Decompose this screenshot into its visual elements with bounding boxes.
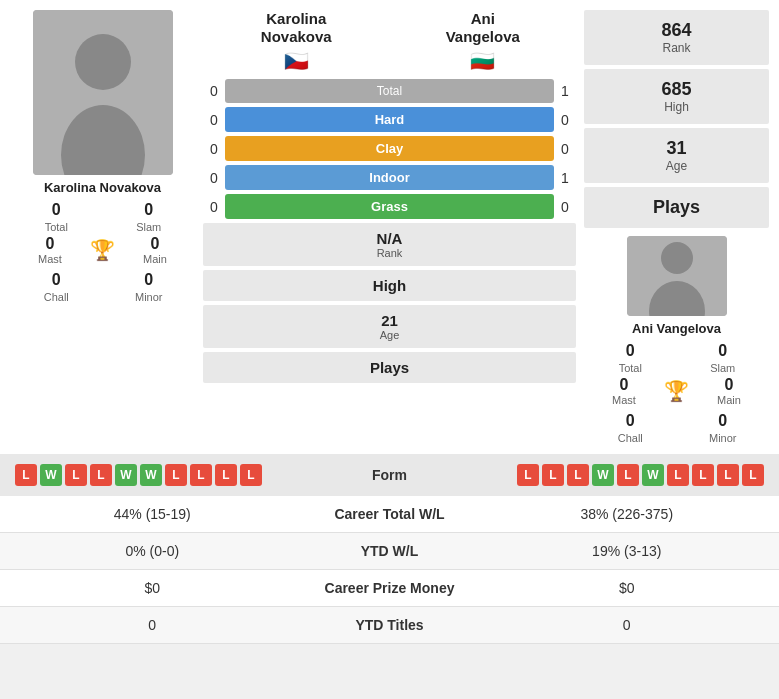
hard-row: 0 Hard 0 — [203, 107, 576, 132]
right-chall-value: 0 — [584, 412, 677, 430]
right-slam-value: 0 — [677, 342, 770, 360]
left-player-column: Karolina Novakova 0 0 Total Slam 0 Mast … — [10, 10, 195, 444]
right-form-badges: LLLWLWLLLL — [517, 464, 764, 486]
indoor-left-score: 0 — [203, 170, 225, 186]
hard-surface: Hard — [225, 107, 554, 132]
right-lower-stats: 0 0 Chall Minor — [584, 412, 769, 444]
left-rank-value: N/A — [208, 230, 571, 247]
stats-left-2: $0 — [15, 580, 290, 596]
stats-right-3: 0 — [490, 617, 765, 633]
center-names-row: Karolina Novakova 🇨🇿 Ani Vangelova 🇧🇬 — [203, 10, 576, 73]
form-badge-l: L — [517, 464, 539, 486]
left-lower-stats: 0 0 Chall Minor — [10, 271, 195, 303]
left-total-label: Total — [10, 221, 103, 233]
right-mast-label: Mast — [584, 394, 664, 406]
clay-left-score: 0 — [203, 141, 225, 157]
stats-center-label-2: Career Prize Money — [290, 580, 490, 596]
stats-row-3: 0 YTD Titles 0 — [0, 607, 779, 644]
right-main-label: Main — [689, 394, 769, 406]
left-flag: 🇨🇿 — [203, 49, 390, 73]
form-badge-l: L — [742, 464, 764, 486]
right-rank-box: 864 Rank — [584, 10, 769, 65]
total-left-score: 0 — [203, 83, 225, 99]
left-trophy-icon: 🏆 — [90, 238, 115, 262]
indoor-surface: Indoor — [225, 165, 554, 190]
form-badge-l: L — [65, 464, 87, 486]
stats-left-0: 44% (15-19) — [15, 506, 290, 522]
form-badge-l: L — [617, 464, 639, 486]
right-total-label: Total — [584, 362, 677, 374]
right-name-block: Ani Vangelova 🇧🇬 — [390, 10, 577, 73]
right-total-value: 0 — [584, 342, 677, 360]
total-right-score: 1 — [554, 83, 576, 99]
clay-right-score: 0 — [554, 141, 576, 157]
form-badge-l: L — [165, 464, 187, 486]
right-slam-label: Slam — [677, 362, 770, 374]
total-label: Total — [225, 79, 554, 103]
left-high-value: High — [208, 277, 571, 294]
left-rank-box: N/A Rank — [203, 223, 576, 266]
stats-left-3: 0 — [15, 617, 290, 633]
left-plays-box: Plays — [203, 352, 576, 383]
form-badge-l: L — [567, 464, 589, 486]
right-player-column: 864 Rank 685 High 31 Age Plays — [584, 10, 769, 444]
right-minor-value: 0 — [677, 412, 770, 430]
left-slam-value: 0 — [103, 201, 196, 219]
grass-surface: Grass — [225, 194, 554, 219]
right-chall-label: Chall — [584, 432, 677, 444]
form-badge-l: L — [667, 464, 689, 486]
players-section: Karolina Novakova 0 0 Total Slam 0 Mast … — [0, 0, 779, 454]
stats-center-label-1: YTD W/L — [290, 543, 490, 559]
form-badge-l: L — [90, 464, 112, 486]
left-player-name: Karolina Novakova — [10, 180, 195, 195]
form-badge-l: L — [215, 464, 237, 486]
right-rank-label: Rank — [589, 41, 764, 55]
form-badge-w: W — [40, 464, 62, 486]
stats-left-1: 0% (0-0) — [15, 543, 290, 559]
right-center-name-line1: Ani — [390, 10, 577, 28]
total-row: 0 Total 1 — [203, 79, 576, 103]
form-badge-w: W — [115, 464, 137, 486]
right-main-value: 0 — [689, 376, 769, 394]
left-center-name-line2: Novakova — [203, 28, 390, 46]
stats-center-label-0: Career Total W/L — [290, 506, 490, 522]
stats-center-label-3: YTD Titles — [290, 617, 490, 633]
right-minor-label: Minor — [677, 432, 770, 444]
left-main-label: Main — [115, 253, 195, 265]
indoor-right-score: 1 — [554, 170, 576, 186]
form-badge-l: L — [240, 464, 262, 486]
left-total-value: 0 — [10, 201, 103, 219]
svg-point-1 — [75, 34, 131, 90]
form-label: Form — [372, 467, 407, 483]
clay-surface: Clay — [225, 136, 554, 161]
right-rank-value: 864 — [589, 20, 764, 41]
left-minor-value: 0 — [103, 271, 196, 289]
hard-left-score: 0 — [203, 112, 225, 128]
right-age-label: Age — [589, 159, 764, 173]
stats-row-2: $0 Career Prize Money $0 — [0, 570, 779, 607]
left-chall-label: Chall — [10, 291, 103, 303]
stats-right-2: $0 — [490, 580, 765, 596]
right-high-label: High — [589, 100, 764, 114]
stats-row-1: 0% (0-0) YTD W/L 19% (3-13) — [0, 533, 779, 570]
left-high-box: High — [203, 270, 576, 301]
left-age-box: 21 Age — [203, 305, 576, 348]
form-section: LWLLWWLLLL Form LLLWLWLLLL — [0, 454, 779, 496]
right-plays-box: Plays — [584, 187, 769, 228]
left-mast-label: Mast — [10, 253, 90, 265]
left-name-block: Karolina Novakova 🇨🇿 — [203, 10, 390, 73]
right-trophy-icon: 🏆 — [664, 379, 689, 403]
clay-row: 0 Clay 0 — [203, 136, 576, 161]
form-badge-w: W — [140, 464, 162, 486]
left-mast-value: 0 — [10, 235, 90, 253]
right-age-value: 31 — [589, 138, 764, 159]
left-player-stats: 0 0 Total Slam — [10, 201, 195, 233]
grass-row: 0 Grass 0 — [203, 194, 576, 219]
right-age-box: 31 Age — [584, 128, 769, 183]
left-slam-label: Slam — [103, 221, 196, 233]
indoor-row: 0 Indoor 1 — [203, 165, 576, 190]
grass-right-score: 0 — [554, 199, 576, 215]
right-player-avatar — [627, 236, 727, 316]
grass-left-score: 0 — [203, 199, 225, 215]
right-high-box: 685 High — [584, 69, 769, 124]
